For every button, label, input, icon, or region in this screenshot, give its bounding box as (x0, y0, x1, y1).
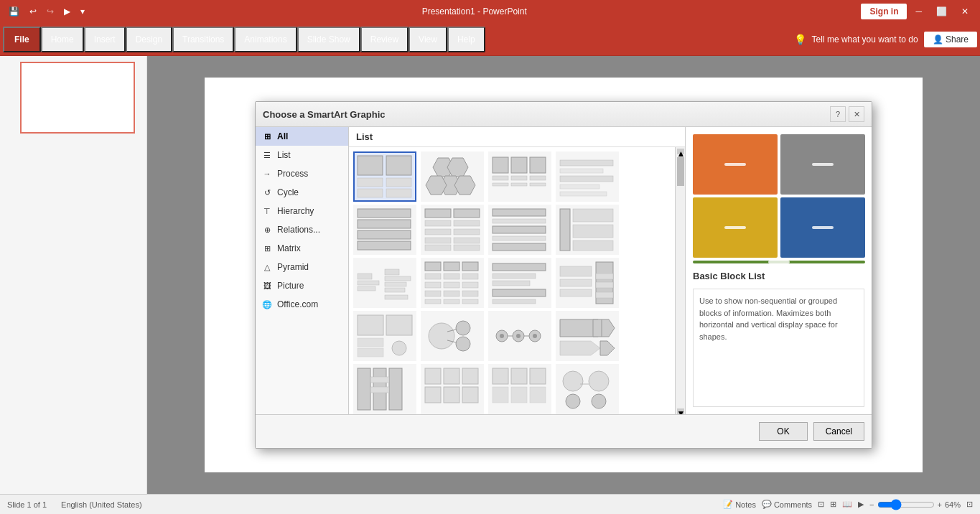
svg-rect-25 (358, 209, 411, 218)
zoom-slider[interactable] (877, 499, 935, 510)
category-item-pyramid[interactable]: △ Pyramid (256, 258, 348, 276)
category-item-list[interactable]: ☰ List (256, 146, 348, 164)
svg-rect-58 (462, 262, 478, 271)
svg-rect-16 (530, 176, 546, 180)
tab-view[interactable]: View (409, 27, 447, 52)
signin-button[interactable]: Sign in (861, 4, 907, 19)
normal-view-button[interactable]: ⊡ (818, 500, 824, 509)
preview-block-yellow (693, 197, 778, 258)
zoom-out-icon[interactable]: − (869, 500, 874, 509)
svg-rect-24 (560, 192, 607, 196)
scrollbar[interactable]: ▲ ▼ (675, 147, 685, 414)
category-item-officecom[interactable]: 🌐 Office.com (256, 295, 348, 314)
restore-button[interactable]: ⬜ (930, 4, 953, 19)
svg-marker-7 (447, 158, 468, 177)
category-item-hierarchy[interactable]: ⊤ Hierarchy (256, 202, 348, 220)
redo-button[interactable]: ↪ (44, 5, 57, 18)
zoom-in-icon[interactable]: + (938, 500, 942, 509)
smartart-item-vertical-box-list[interactable] (556, 205, 619, 255)
notes-button[interactable]: 📝 Notes (723, 500, 756, 509)
search-label[interactable]: Tell me what you want to do (812, 34, 918, 45)
svg-rect-17 (493, 183, 508, 186)
close-button[interactable]: ✕ (956, 4, 974, 19)
smartart-item-increasing-circle[interactable] (353, 258, 416, 308)
svg-rect-46 (573, 225, 613, 238)
present-button[interactable]: ▶ (61, 5, 73, 18)
svg-rect-40 (493, 219, 546, 223)
cancel-button[interactable]: Cancel (813, 422, 864, 441)
svg-rect-50 (358, 286, 375, 291)
category-item-process[interactable]: → Process (256, 164, 348, 183)
tab-help[interactable]: Help (447, 27, 485, 52)
preview-description: Use to show non-sequential or grouped bl… (693, 289, 864, 407)
qat-more-button[interactable]: ▾ (78, 5, 88, 18)
tab-review[interactable]: Review (360, 27, 409, 52)
preview-title: Basic Block List (693, 271, 864, 281)
smartart-item-grouped-list[interactable] (421, 205, 484, 255)
preview-bar-4 (812, 226, 834, 229)
smartart-item-tab-list2[interactable] (353, 364, 416, 414)
smartart-item-stacked-list[interactable] (353, 205, 416, 255)
category-item-relations[interactable]: ⊕ Relations... (256, 220, 348, 239)
svg-rect-78 (596, 282, 613, 288)
svg-rect-26 (358, 220, 411, 228)
smartart-item-basic-block[interactable] (353, 151, 416, 202)
smartart-item-arrow-list[interactable] (556, 311, 619, 361)
svg-marker-103 (600, 341, 615, 355)
list-icon: ☰ (261, 149, 273, 161)
smartart-item-table-list[interactable] (421, 258, 484, 308)
category-item-all[interactable]: ⊞ All (256, 127, 348, 146)
svg-rect-56 (425, 262, 441, 271)
svg-rect-39 (493, 209, 546, 216)
category-item-picture[interactable]: 🖼 Picture (256, 276, 348, 295)
smartart-item-grid-list[interactable] (421, 364, 484, 414)
smartart-item-circles-list[interactable] (488, 364, 551, 414)
svg-point-100 (533, 334, 537, 338)
svg-rect-70 (462, 299, 478, 304)
dialog-help-button[interactable]: ? (830, 106, 846, 122)
zoom-control: − + 64% (869, 499, 961, 510)
slide-sorter-button[interactable]: ⊞ (830, 500, 836, 509)
scroll-down[interactable]: ▼ (677, 408, 684, 414)
preview-bar-1 (724, 163, 746, 166)
undo-button[interactable]: ↩ (27, 5, 39, 18)
save-button[interactable]: 💾 (6, 5, 22, 18)
tab-file[interactable]: File (3, 27, 41, 52)
tab-slideshow[interactable]: Slide Show (297, 27, 360, 52)
smartart-item-vertical-list[interactable] (488, 205, 551, 255)
scroll-up[interactable]: ▲ (677, 149, 684, 154)
category-item-cycle[interactable]: ↺ Cycle (256, 183, 348, 202)
smartart-item-vertical-chevron[interactable] (556, 258, 619, 308)
reading-view-button[interactable]: 📖 (842, 500, 852, 509)
smartart-item-circular-picture[interactable] (421, 311, 484, 361)
scroll-thumb[interactable] (677, 157, 684, 186)
smartart-item-hexagon[interactable] (421, 151, 484, 202)
tab-design[interactable]: Design (126, 27, 172, 52)
tab-insert[interactable]: Insert (84, 27, 126, 52)
share-button[interactable]: 👤 Share (924, 32, 977, 47)
category-item-matrix[interactable]: ⊞ Matrix (256, 239, 348, 258)
smartart-item-horiz-picture[interactable] (488, 151, 551, 202)
preview-block-blue (780, 197, 865, 258)
slideshow-button[interactable]: ▶ (858, 500, 864, 509)
tab-transitions[interactable]: Transitions (172, 27, 234, 52)
smartart-item-trapezoid-list[interactable] (488, 258, 551, 308)
tab-animations[interactable]: Animations (234, 27, 297, 52)
svg-rect-60 (444, 274, 459, 279)
ok-button[interactable]: OK (759, 422, 807, 441)
svg-rect-15 (511, 176, 527, 180)
smartart-item-tab-list[interactable] (353, 311, 416, 361)
minimize-button[interactable]: ─ (910, 4, 928, 19)
smartart-item-horiz-bullet[interactable] (556, 151, 619, 202)
dialog-close-button[interactable]: ✕ (849, 106, 864, 122)
smartart-item-picture-org[interactable] (556, 364, 619, 414)
tab-home[interactable]: Home (41, 27, 84, 52)
smartart-item-pentagon-process[interactable] (488, 311, 551, 361)
pyramid-icon: △ (261, 261, 273, 273)
svg-rect-53 (385, 282, 406, 286)
fit-window-button[interactable]: ⊡ (966, 500, 973, 509)
svg-rect-45 (573, 209, 613, 222)
svg-rect-75 (493, 299, 536, 304)
comments-button[interactable]: 💬 Comments (762, 500, 812, 509)
slide-thumbnail[interactable] (20, 62, 135, 134)
